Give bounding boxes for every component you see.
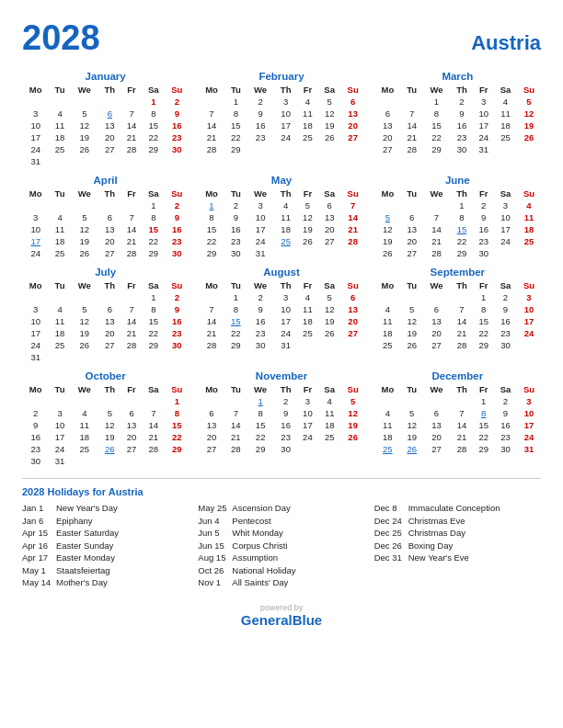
calendar-day xyxy=(98,455,121,467)
calendar-day: 24 xyxy=(22,247,49,259)
calendar-day xyxy=(71,199,98,211)
calendar-day: 16 xyxy=(165,223,189,235)
month-title: March xyxy=(374,71,541,82)
calendar-day: 19 xyxy=(71,235,98,247)
calendar-day: 13 xyxy=(121,419,143,431)
col-header: Sa xyxy=(142,383,165,395)
calendar-day: 26 xyxy=(517,131,541,143)
calendar-day: 19 xyxy=(297,223,318,235)
col-header: Tu xyxy=(225,279,247,291)
col-header: Su xyxy=(165,279,189,291)
calendar-day xyxy=(121,291,143,303)
holiday-column: May 25Ascension DayJun 4PentecostJun 5Wh… xyxy=(198,503,364,590)
calendar-day xyxy=(98,351,121,363)
holiday-name: New Year's Day xyxy=(56,503,118,513)
calendar-day: 16 xyxy=(473,223,494,235)
calendar-day: 21 xyxy=(142,431,165,443)
calendar-day: 25 xyxy=(49,143,70,155)
calendar-day xyxy=(422,291,450,303)
calendar-day: 21 xyxy=(198,327,224,339)
calendar-day: 10 xyxy=(22,119,49,131)
calendar-day: 23 xyxy=(165,327,189,339)
calendar-day: 20 xyxy=(341,315,365,327)
calendars-grid: JanuaryMoTuWeThFrSaSu1234567891011121314… xyxy=(22,71,541,467)
calendar-day: 8 xyxy=(247,407,274,419)
calendar-day: 22 xyxy=(422,131,450,143)
holiday-date: May 1 xyxy=(22,565,52,575)
calendar-day: 22 xyxy=(142,327,165,339)
calendar-day xyxy=(401,395,422,407)
calendar-day xyxy=(49,199,70,211)
holiday-row: Jan 6Epiphany xyxy=(22,516,189,526)
calendar-day xyxy=(22,199,49,211)
calendar-day: 17 xyxy=(274,315,297,327)
calendar-day: 23 xyxy=(247,131,274,143)
calendar-day: 24 xyxy=(517,431,541,443)
holiday-name: Epiphany xyxy=(56,516,93,526)
calendar-day: 4 xyxy=(49,303,70,315)
calendar-day: 26 xyxy=(71,247,98,259)
calendar-day: 23 xyxy=(274,431,297,443)
calendar-day xyxy=(374,199,401,211)
calendar-day: 24 xyxy=(49,443,70,455)
col-header: Fr xyxy=(297,279,318,291)
calendar-day: 1 xyxy=(225,291,247,303)
calendar-day: 17 xyxy=(473,119,494,131)
calendar-day: 10 xyxy=(247,211,274,223)
calendar-day: 5 xyxy=(374,211,401,223)
calendar-day: 15 xyxy=(225,119,247,131)
calendar-day: 15 xyxy=(247,419,274,431)
calendar-day xyxy=(121,351,143,363)
col-header: We xyxy=(71,188,98,199)
col-header: Tu xyxy=(49,188,70,199)
holiday-row: Dec 25Christmas Day xyxy=(374,528,541,538)
calendar-day: 17 xyxy=(274,119,297,131)
holiday-name: New Year's Eve xyxy=(408,552,469,563)
col-header: We xyxy=(71,279,98,291)
holiday-row: Apr 17Easter Monday xyxy=(22,552,189,563)
calendar-day: 27 xyxy=(422,339,450,351)
calendar-day: 11 xyxy=(49,223,70,235)
calendar-day: 29 xyxy=(142,247,165,259)
calendar-day xyxy=(142,455,165,467)
calendar-day: 4 xyxy=(494,96,517,108)
calendar-day xyxy=(165,351,189,363)
calendar-day: 3 xyxy=(22,303,49,315)
calendar-day: 5 xyxy=(318,291,341,303)
col-header: Fr xyxy=(473,84,494,96)
col-header: Mo xyxy=(198,84,224,96)
calendar-day: 23 xyxy=(494,327,517,339)
calendar-day xyxy=(49,395,70,407)
calendar-day: 14 xyxy=(121,223,143,235)
calendar-day: 5 xyxy=(401,407,422,419)
calendar-day: 21 xyxy=(198,131,224,143)
calendar-day: 1 xyxy=(247,395,274,407)
col-header: Th xyxy=(451,279,474,291)
calendar-day: 22 xyxy=(198,235,224,247)
calendar-day: 30 xyxy=(165,339,189,351)
calendar-day: 9 xyxy=(247,303,274,315)
calendar-day: 14 xyxy=(225,419,247,431)
calendar-day: 26 xyxy=(318,131,341,143)
calendar-day: 31 xyxy=(247,247,274,259)
calendar-day: 27 xyxy=(341,131,365,143)
calendar-day: 9 xyxy=(494,303,517,315)
calendar-day: 28 xyxy=(121,143,143,155)
calendar-day: 8 xyxy=(451,211,474,223)
holiday-date: Jun 15 xyxy=(198,540,227,551)
calendar-day: 31 xyxy=(274,339,297,351)
calendar-day: 13 xyxy=(98,315,121,327)
calendar-day: 8 xyxy=(225,108,247,119)
holiday-name: Immaculate Conception xyxy=(408,503,500,513)
col-header: We xyxy=(247,188,274,199)
col-header: Su xyxy=(165,383,189,395)
calendar-day: 3 xyxy=(494,199,517,211)
calendar-day: 23 xyxy=(494,431,517,443)
month-title: July xyxy=(22,267,189,278)
calendar-day: 5 xyxy=(98,407,121,419)
calendar-day: 20 xyxy=(341,119,365,131)
calendar-day: 9 xyxy=(22,419,49,431)
calendar-day: 6 xyxy=(341,96,365,108)
calendar-day xyxy=(374,395,401,407)
col-header: Mo xyxy=(374,188,401,199)
